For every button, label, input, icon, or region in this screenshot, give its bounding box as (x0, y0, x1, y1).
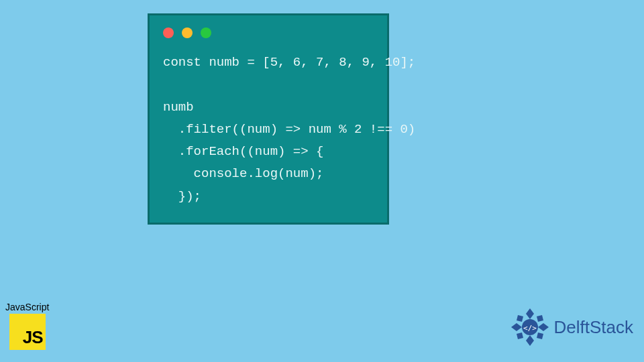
maximize-icon (201, 27, 211, 38)
delftstack-logo-icon: </> (510, 307, 550, 347)
window-controls (163, 27, 374, 38)
svg-marker-4 (537, 315, 543, 322)
svg-marker-5 (537, 333, 543, 339)
svg-marker-6 (517, 333, 523, 339)
svg-text:</>: </> (523, 324, 537, 333)
close-icon (163, 27, 174, 38)
javascript-label: JavaScript (5, 302, 49, 312)
svg-marker-0 (526, 308, 534, 319)
svg-marker-1 (538, 323, 549, 331)
javascript-logo-text: JS (23, 327, 43, 348)
code-block: const numb = [5, 6, 7, 8, 9, 10]; numb .… (163, 52, 374, 208)
javascript-badge: JavaScript JS (5, 302, 49, 350)
svg-marker-7 (517, 315, 523, 322)
svg-marker-2 (526, 335, 534, 346)
delftstack-text: DelftStack (554, 317, 634, 338)
delftstack-badge: </> DelftStack (510, 307, 634, 347)
svg-marker-3 (511, 323, 522, 331)
minimize-icon (182, 27, 193, 38)
code-card: const numb = [5, 6, 7, 8, 9, 10]; numb .… (148, 13, 389, 225)
javascript-logo-icon: JS (9, 314, 46, 350)
